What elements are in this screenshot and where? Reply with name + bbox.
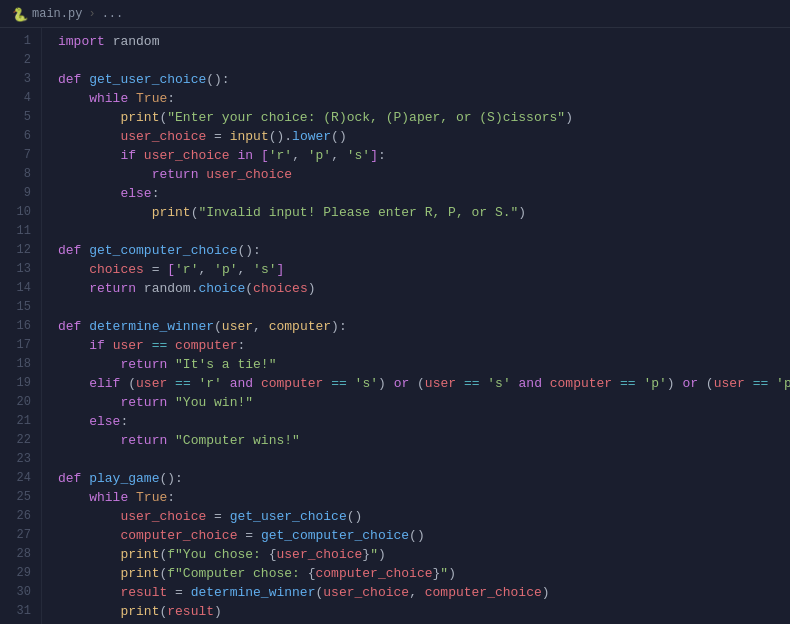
- code-line-21: else:: [58, 412, 790, 431]
- line-num-25: 25: [0, 488, 41, 507]
- line-num-24: 24: [0, 469, 41, 488]
- code-line-26: user_choice = get_user_choice(): [58, 507, 790, 526]
- code-line-14: return random.choice(choices): [58, 279, 790, 298]
- title-bar: 🐍 main.py › ...: [0, 0, 790, 28]
- code-line-12: def get_computer_choice():: [58, 241, 790, 260]
- line-num-28: 28: [0, 545, 41, 564]
- breadcrumb-sep: ›: [88, 7, 95, 21]
- line-num-15: 15: [0, 298, 41, 317]
- code-line-23: [58, 450, 790, 469]
- code-line-7: if user_choice in ['r', 'p', 's']:: [58, 146, 790, 165]
- line-num-27: 27: [0, 526, 41, 545]
- line-num-20: 20: [0, 393, 41, 412]
- code-line-29: print(f"Computer chose: {computer_choice…: [58, 564, 790, 583]
- code-line-31: print(result): [58, 602, 790, 621]
- line-num-12: 12: [0, 241, 41, 260]
- line-num-19: 19: [0, 374, 41, 393]
- line-num-29: 29: [0, 564, 41, 583]
- line-num-9: 9: [0, 184, 41, 203]
- code-line-18: return "It's a tie!": [58, 355, 790, 374]
- line-num-1: 1: [0, 32, 41, 51]
- code-line-15: [58, 298, 790, 317]
- code-line-1: import random: [58, 32, 790, 51]
- line-num-31: 31: [0, 602, 41, 621]
- code-line-24: def play_game():: [58, 469, 790, 488]
- line-num-26: 26: [0, 507, 41, 526]
- code-line-11: [58, 222, 790, 241]
- breadcrumb-ellipsis: ...: [102, 7, 124, 21]
- code-line-5: print("Enter your choice: (R)ock, (P)ape…: [58, 108, 790, 127]
- line-num-4: 4: [0, 89, 41, 108]
- code-line-16: def determine_winner(user, computer):: [58, 317, 790, 336]
- line-num-6: 6: [0, 127, 41, 146]
- code-line-27: computer_choice = get_computer_choice(): [58, 526, 790, 545]
- code-line-8: return user_choice: [58, 165, 790, 184]
- line-num-17: 17: [0, 336, 41, 355]
- code-line-25: while True:: [58, 488, 790, 507]
- line-num-11: 11: [0, 222, 41, 241]
- line-num-3: 3: [0, 70, 41, 89]
- file-icon: 🐍: [12, 7, 26, 21]
- code-line-3: def get_user_choice():: [58, 70, 790, 89]
- line-num-23: 23: [0, 450, 41, 469]
- line-numbers: 1 2 3 4 5 6 7 8 9 10 11 12 13 14 15 16 1…: [0, 28, 42, 624]
- line-num-18: 18: [0, 355, 41, 374]
- line-num-2: 2: [0, 51, 41, 70]
- code-line-20: return "You win!": [58, 393, 790, 412]
- line-num-5: 5: [0, 108, 41, 127]
- code-line-13: choices = ['r', 'p', 's']: [58, 260, 790, 279]
- line-num-14: 14: [0, 279, 41, 298]
- code-line-10: print("Invalid input! Please enter R, P,…: [58, 203, 790, 222]
- line-num-13: 13: [0, 260, 41, 279]
- line-num-8: 8: [0, 165, 41, 184]
- code-line-22: return "Computer wins!": [58, 431, 790, 450]
- code-line-4: while True:: [58, 89, 790, 108]
- code-line-9: else:: [58, 184, 790, 203]
- line-num-30: 30: [0, 583, 41, 602]
- editor-area: 1 2 3 4 5 6 7 8 9 10 11 12 13 14 15 16 1…: [0, 28, 790, 624]
- breadcrumb: main.py: [32, 7, 82, 21]
- line-num-22: 22: [0, 431, 41, 450]
- code-content[interactable]: import random def get_user_choice(): whi…: [42, 28, 790, 624]
- code-line-30: result = determine_winner(user_choice, c…: [58, 583, 790, 602]
- line-num-10: 10: [0, 203, 41, 222]
- code-line-6: user_choice = input().lower(): [58, 127, 790, 146]
- line-num-7: 7: [0, 146, 41, 165]
- code-line-2: [58, 51, 790, 70]
- code-line-28: print(f"You chose: {user_choice}"): [58, 545, 790, 564]
- line-num-16: 16: [0, 317, 41, 336]
- code-line-17: if user == computer:: [58, 336, 790, 355]
- code-line-19: elif (user == 'r' and computer == 's') o…: [58, 374, 790, 393]
- line-num-21: 21: [0, 412, 41, 431]
